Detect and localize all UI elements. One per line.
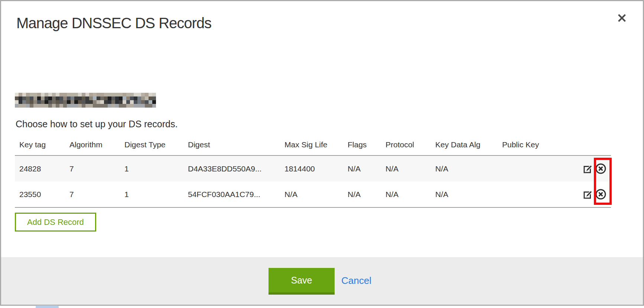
- mosaic-block: [119, 96, 123, 100]
- mosaic-block: [141, 104, 145, 108]
- mosaic-block: [100, 96, 104, 100]
- mosaic-block: [33, 96, 37, 100]
- mosaic-block: [89, 96, 93, 100]
- delete-circle-icon: [595, 189, 606, 200]
- table-header-row: Key tagAlgorithmDigest TypeDigestMax Sig…: [15, 138, 611, 155]
- cancel-link[interactable]: Cancel: [341, 275, 371, 286]
- edit-record-button[interactable]: [583, 189, 593, 199]
- mosaic-block: [145, 93, 149, 96]
- mosaic-block: [41, 104, 45, 108]
- mosaic-block: [134, 93, 137, 96]
- mosaic-block: [52, 96, 56, 100]
- table-cell: 1814400: [280, 155, 343, 181]
- save-button[interactable]: Save: [269, 268, 335, 295]
- mosaic-block: [93, 104, 97, 108]
- mosaic-block: [30, 93, 33, 96]
- mosaic-block: [67, 93, 71, 96]
- mosaic-block: [152, 96, 156, 100]
- mosaic-block: [149, 100, 152, 104]
- mosaic-block: [63, 93, 67, 96]
- column-header: Public Key: [498, 138, 570, 155]
- delete-record-button[interactable]: [595, 163, 606, 174]
- mosaic-block: [37, 93, 41, 96]
- mosaic-block: [82, 100, 85, 104]
- mosaic-block: [59, 96, 63, 100]
- mosaic-block: [137, 93, 141, 96]
- mosaic-block: [19, 96, 22, 100]
- mosaic-block: [71, 104, 74, 108]
- mosaic-block: [104, 96, 108, 100]
- mosaic-block: [137, 96, 141, 100]
- mosaic-block: [104, 104, 108, 108]
- add-ds-record-button[interactable]: Add DS Record: [15, 213, 96, 232]
- mosaic-block: [48, 104, 52, 108]
- table-row: 2482871D4A33E8DD550A9...1814400N/AN/AN/A: [15, 155, 611, 181]
- mosaic-block: [78, 93, 82, 96]
- mosaic-block: [97, 104, 100, 108]
- mosaic-block: [93, 96, 97, 100]
- dnssec-ds-records-modal: Manage DNSSEC DS Records Choose how to s…: [0, 0, 644, 306]
- edit-record-button[interactable]: [583, 164, 593, 174]
- table-cell: N/A: [431, 181, 498, 207]
- mosaic-block: [41, 96, 45, 100]
- mosaic-block: [30, 100, 33, 104]
- mosaic-block: [97, 96, 100, 100]
- mosaic-block: [78, 96, 82, 100]
- column-header: Digest: [183, 138, 280, 155]
- table-cell: D4A33E8DD550A9...: [183, 155, 280, 181]
- mosaic-block: [30, 104, 33, 108]
- mosaic-block: [82, 93, 85, 96]
- mosaic-block: [89, 104, 93, 108]
- mosaic-block: [149, 96, 152, 100]
- mosaic-block: [100, 100, 104, 104]
- mosaic-block: [26, 96, 30, 100]
- mosaic-block: [82, 96, 85, 100]
- column-header: Digest Type: [120, 138, 183, 155]
- mosaic-block: [115, 104, 119, 108]
- table-cell: [498, 155, 570, 181]
- column-header: Algorithm: [65, 138, 120, 155]
- close-button[interactable]: [614, 10, 630, 26]
- mosaic-block: [123, 96, 126, 100]
- mosaic-block: [130, 104, 134, 108]
- mosaic-block: [52, 100, 56, 104]
- modal-title: Manage DNSSEC DS Records: [16, 15, 211, 32]
- table-cell: 23550: [15, 181, 65, 207]
- mosaic-block: [134, 100, 137, 104]
- mosaic-block: [111, 104, 115, 108]
- mosaic-block: [33, 104, 37, 108]
- mosaic-block: [41, 93, 45, 96]
- edit-icon: [583, 164, 593, 174]
- mosaic-block: [97, 93, 100, 96]
- mosaic-block: [145, 96, 149, 100]
- table-cell: N/A: [280, 181, 343, 207]
- mosaic-block: [152, 100, 156, 104]
- mosaic-block: [48, 96, 52, 100]
- mosaic-block: [93, 100, 97, 104]
- mosaic-block: [22, 96, 26, 100]
- mosaic-block: [74, 96, 78, 100]
- mosaic-block: [152, 104, 156, 108]
- table-cell: 1: [120, 181, 183, 207]
- mosaic-block: [141, 96, 145, 100]
- mosaic-block: [59, 100, 63, 104]
- mosaic-block: [30, 96, 33, 100]
- delete-record-button[interactable]: [595, 189, 606, 200]
- close-icon: [617, 13, 627, 23]
- row-actions: [570, 155, 611, 181]
- table-cell: [498, 181, 570, 207]
- mosaic-block: [48, 100, 52, 104]
- mosaic-block: [82, 104, 85, 108]
- mosaic-block: [56, 96, 59, 100]
- screenshot-root: Manage DNSSEC DS Records Choose how to s…: [0, 0, 644, 308]
- mosaic-block: [22, 100, 26, 104]
- mosaic-block: [63, 100, 67, 104]
- mosaic-block: [85, 100, 89, 104]
- mosaic-block: [126, 96, 130, 100]
- background-page-artifact: [36, 305, 59, 308]
- mosaic-block: [52, 93, 56, 96]
- mosaic-block: [52, 104, 56, 108]
- mosaic-block: [145, 100, 149, 104]
- mosaic-block: [45, 100, 48, 104]
- mosaic-block: [108, 100, 111, 104]
